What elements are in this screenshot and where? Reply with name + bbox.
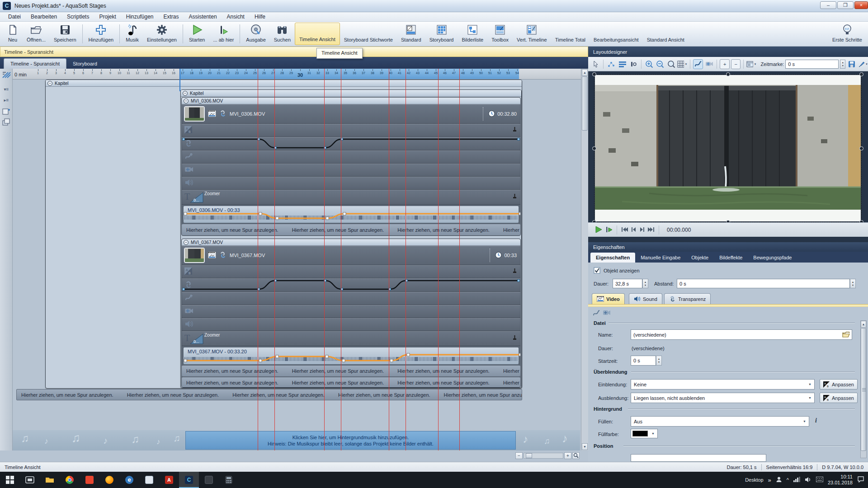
tab-manuelle-eingabe[interactable]: Manuelle Eingabe <box>635 253 686 263</box>
tab-objekte[interactable]: Objekte <box>686 253 714 263</box>
step-back-button[interactable] <box>631 226 637 234</box>
first-steps-button[interactable]: Erste Schritte <box>828 23 866 45</box>
menu-ansicht[interactable]: Ansicht <box>222 13 249 21</box>
layers-icon[interactable] <box>2 118 11 126</box>
scrollbar-thumb[interactable] <box>861 328 866 451</box>
abstand-input[interactable]: 0 s <box>677 279 850 288</box>
menu-hinzufuegen[interactable]: Hinzufügen <box>122 13 158 21</box>
view-standard-view-button[interactable]: Standard Ansicht <box>643 23 689 45</box>
browse-folder-icon[interactable] <box>842 331 850 338</box>
transition-row[interactable]: AB <box>182 124 520 137</box>
playhead[interactable] <box>179 69 180 91</box>
start-button[interactable]: Starten <box>185 23 209 45</box>
startzeit-spinner[interactable]: ▲▼ <box>656 356 662 366</box>
zeitmarke-input[interactable]: 0 s <box>785 60 838 69</box>
fuellfarbe-swatch[interactable]: ▼ <box>631 429 658 438</box>
zeitmarke-spinner[interactable]: ▲▼ <box>840 60 846 69</box>
startzeit-input[interactable]: 0 s <box>631 356 656 366</box>
collapse-all-icon[interactable]: ▾≡ <box>2 86 11 93</box>
fade-curve[interactable] <box>182 137 520 150</box>
brush-icon[interactable]: ▼ <box>858 59 868 69</box>
volume-curve[interactable] <box>184 347 520 365</box>
menu-bearbeiten[interactable]: Bearbeiten <box>26 13 61 21</box>
view-toolbox-button[interactable]: Vert. Timeline Toolbox <box>487 23 513 45</box>
motion-curve-row[interactable] <box>182 292 520 305</box>
audio-waveform-row[interactable]: MVI_0367.MOV - 00:33.20 <box>183 347 519 365</box>
network-icon[interactable] <box>793 477 800 483</box>
search-button[interactable]: Suchen <box>270 23 295 45</box>
view-standard-button[interactable]: Standard <box>397 23 425 45</box>
chevron-right-icon[interactable]: » <box>768 477 771 483</box>
zoom-reset-icon[interactable] <box>666 59 676 69</box>
pin-icon[interactable] <box>513 268 517 275</box>
people-icon[interactable] <box>776 476 782 483</box>
view-timeline-total-button[interactable]: Timeline Total <box>551 23 590 45</box>
new-button[interactable]: Neu <box>3 23 23 45</box>
clip-row[interactable]: MVI_0306.MOV 00:32.80 <box>182 104 520 124</box>
resize-handle[interactable] <box>859 146 863 150</box>
align-lines-icon[interactable] <box>618 59 627 69</box>
clip-section-header[interactable]: − MVI_0306.MOV <box>182 98 520 104</box>
save-button[interactable]: Speichern <box>50 23 80 45</box>
s-curve-icon[interactable] <box>593 310 600 318</box>
subtab-video[interactable]: Video <box>592 293 625 304</box>
clip-section-mvi0367[interactable]: − MVI_0367.MOV MVI_0367.MOV 00:33 AB <box>181 239 521 388</box>
skip-end-button[interactable] <box>647 226 655 234</box>
zoom-in-icon[interactable] <box>644 59 654 69</box>
sound-row[interactable] <box>182 177 520 190</box>
zoom-slider-thumb[interactable] <box>526 453 532 458</box>
properties-scrollbar[interactable]: ▲ <box>860 320 867 458</box>
transparency-curve-row[interactable] <box>182 137 520 150</box>
view-timeline-button[interactable]: Timeline Ansicht <box>295 23 340 45</box>
play-button[interactable] <box>594 225 603 235</box>
einblendung-anpassen-button[interactable]: AB Anpassen <box>820 379 858 389</box>
timeline-vertical-scrollbar[interactable]: ▲ ▼ <box>581 69 588 450</box>
drop-new-track-row[interactable]: Hierher ziehen, um neue Spur anzulegen.H… <box>182 366 520 376</box>
camera-row[interactable] <box>182 305 520 318</box>
subtab-sound[interactable]: Sound <box>629 293 662 304</box>
zoomer-row[interactable]: T 0... Zoomer <box>182 331 520 346</box>
menu-assistenten[interactable]: Assistenten <box>184 13 222 21</box>
expand-all-icon[interactable]: ▸≡ <box>2 97 11 104</box>
view-editing-button[interactable]: Bearbeitungsansicht <box>590 23 643 45</box>
chapter-header[interactable]: − Kapitel <box>181 90 521 97</box>
start-from-here-button[interactable]: ... ab hier <box>209 23 238 45</box>
notification-icon[interactable] <box>857 476 864 483</box>
play-from-here-button[interactable] <box>605 225 613 235</box>
pin-icon[interactable] <box>513 335 517 342</box>
firefox-icon[interactable] <box>99 472 119 488</box>
zoomer-ramp-icon[interactable]: 0... <box>190 333 203 345</box>
transition-row[interactable]: AB <box>182 265 520 278</box>
ausblendung-dropdown[interactable]: Liegen lassen, nicht ausblenden▼ <box>631 393 815 403</box>
camera-pan-icon[interactable] <box>603 310 611 317</box>
clip-thumbnail[interactable] <box>184 106 205 122</box>
task-view-icon[interactable] <box>20 472 40 488</box>
view-storyboard-button[interactable]: Storyboard <box>425 23 458 45</box>
menu-projekt[interactable]: Projekt <box>94 13 120 21</box>
start-button[interactable] <box>0 472 20 488</box>
open-button[interactable]: Öffnen... <box>23 23 50 45</box>
resize-handle[interactable] <box>726 72 730 76</box>
collapse-icon[interactable]: − <box>183 91 188 96</box>
resize-handle[interactable] <box>859 72 863 76</box>
zoomer-ramp-icon[interactable]: 0... <box>190 192 203 204</box>
aquasoft-stages-icon[interactable]: C <box>179 472 199 488</box>
minimize-button[interactable]: – <box>820 1 836 9</box>
transparency-curve-row[interactable] <box>182 278 520 292</box>
pin-icon[interactable] <box>513 194 517 200</box>
drop-new-track-row[interactable]: Hierher ziehen, um neue Spur anzulegen.H… <box>182 224 520 235</box>
add-box-icon[interactable]: + <box>720 59 730 69</box>
camera-row[interactable] <box>182 164 520 177</box>
app-dark-icon[interactable] <box>199 472 219 488</box>
settings-button[interactable]: Einstellungen <box>143 23 181 45</box>
tab-eigenschaften[interactable]: Eigenschaften <box>590 253 635 263</box>
nodes-tool-icon[interactable] <box>606 59 616 69</box>
volume-curve[interactable] <box>184 206 520 224</box>
fuellen-dropdown[interactable]: Aus▼ <box>631 416 809 427</box>
chapter-group-inner[interactable]: − Kapitel − MVI_0306.MOV MVI_0306.MOV 00… <box>180 89 522 388</box>
abstand-spinner[interactable]: ▲▼ <box>850 279 856 288</box>
desktop-label[interactable]: Desktop <box>745 477 763 483</box>
scrollbar-thumb[interactable] <box>582 76 588 131</box>
menu-scriptlets[interactable]: Scriptlets <box>62 13 94 21</box>
chapter-header[interactable]: − Kapitel <box>46 80 522 87</box>
